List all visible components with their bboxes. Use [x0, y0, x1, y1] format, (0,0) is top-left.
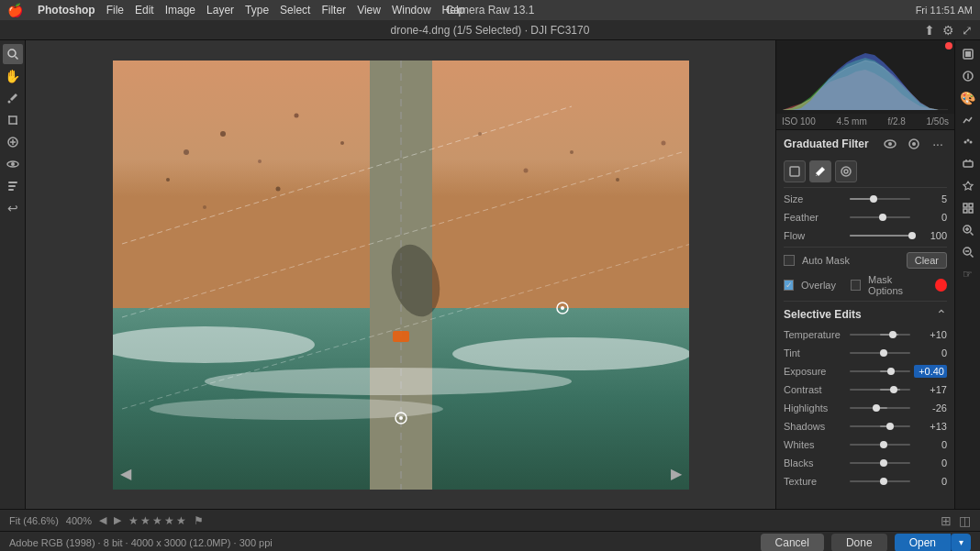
rect-mode-btn[interactable]: [784, 160, 806, 182]
clear-button[interactable]: Clear: [907, 252, 947, 269]
nav-arrow-right[interactable]: ▶: [114, 514, 121, 526]
filter-brush-tool[interactable]: [3, 176, 23, 196]
zoom-tool[interactable]: [3, 44, 23, 64]
slider-row-blacks: Blacks0: [776, 454, 954, 472]
filter-visibility-toggle[interactable]: [881, 135, 899, 153]
grid-view-btn[interactable]: ⊞: [941, 513, 952, 528]
zoom-nav-left[interactable]: ◀: [120, 465, 131, 482]
rotate-tool[interactable]: ↩: [3, 198, 23, 218]
panel-icon-7[interactable]: [958, 176, 978, 196]
menu-file[interactable]: File: [106, 4, 124, 17]
slider-track-4[interactable]: [850, 402, 910, 414]
menu-window[interactable]: Window: [392, 4, 431, 17]
focal-value: 4.5 mm: [836, 116, 866, 127]
slider-track-5[interactable]: [850, 420, 910, 433]
slider-value-5: +13: [914, 421, 947, 432]
svg-point-24: [340, 141, 344, 145]
iso-value: ISO 100: [782, 116, 816, 127]
slider-track-2[interactable]: [850, 365, 910, 378]
panel-content[interactable]: Graduated Filter: [776, 130, 954, 509]
heal-tool[interactable]: [3, 132, 23, 152]
slider-track-7[interactable]: [850, 457, 910, 469]
canvas-area[interactable]: ◀ ▶: [26, 40, 775, 509]
slider-track-1[interactable]: [850, 347, 910, 359]
menu-edit[interactable]: Edit: [135, 4, 154, 17]
panel-icon-3[interactable]: 🎨: [958, 88, 978, 108]
svg-point-17: [205, 368, 572, 395]
star-4[interactable]: ★: [164, 514, 174, 527]
divider-1: [784, 187, 947, 188]
mask-color-swatch[interactable]: [935, 279, 947, 292]
slider-track-3[interactable]: [850, 383, 910, 396]
selective-edits-header: Selective Edits ⌃: [776, 303, 954, 325]
svg-point-21: [166, 178, 170, 182]
open-button[interactable]: Open: [895, 534, 951, 552]
flow-slider[interactable]: [850, 229, 910, 242]
menu-image[interactable]: Image: [165, 4, 195, 17]
cancel-button[interactable]: Cancel: [761, 534, 824, 552]
nav-arrow-left[interactable]: ◀: [99, 514, 106, 526]
slider-label-4: Highlights: [784, 402, 846, 413]
overlay-label: Overlay: [801, 280, 836, 291]
panel-icon-hand[interactable]: ☞: [958, 264, 978, 284]
panel-icon-8[interactable]: [958, 198, 978, 218]
svg-line-66: [970, 233, 973, 236]
menu-view[interactable]: View: [357, 4, 381, 17]
fullscreen-icon[interactable]: ⤢: [962, 23, 973, 38]
panel-icon-4[interactable]: [958, 110, 978, 130]
svg-point-37: [561, 306, 564, 310]
apple-logo: 🍎: [7, 3, 23, 17]
menu-type[interactable]: Type: [245, 4, 269, 17]
selective-collapse-btn[interactable]: ⌃: [936, 307, 947, 322]
zoom-nav-right[interactable]: ▶: [671, 465, 682, 482]
open-dropdown-btn[interactable]: ▾: [951, 534, 971, 552]
auto-mask-checkbox[interactable]: [784, 255, 795, 266]
filter-title: Graduated Filter: [784, 138, 869, 150]
menu-layer[interactable]: Layer: [206, 4, 234, 17]
slider-track-8[interactable]: [850, 475, 910, 488]
star-rating[interactable]: ★ ★ ★ ★ ★: [128, 514, 186, 527]
menu-filter[interactable]: Filter: [321, 4, 346, 17]
star-1[interactable]: ★: [128, 514, 139, 527]
feather-slider[interactable]: [850, 211, 910, 224]
panel-icon-6[interactable]: [958, 154, 978, 174]
overlay-checkbox[interactable]: ✓: [784, 280, 794, 291]
brush-mode-btn[interactable]: [809, 160, 831, 182]
eyedropper-tool[interactable]: [3, 88, 23, 108]
svg-rect-40: [393, 331, 409, 342]
panel-icon-zoom-out[interactable]: [958, 242, 978, 262]
flow-value: 100: [914, 230, 947, 241]
panel-icon-1[interactable]: [958, 44, 978, 64]
slider-row-highlights: Highlights-26: [776, 399, 954, 417]
panel-icon-5[interactable]: [958, 132, 978, 152]
hand-tool[interactable]: ✋: [3, 66, 23, 86]
slider-track-0[interactable]: [850, 328, 910, 341]
crop-tool[interactable]: [3, 110, 23, 130]
mask-options-checkbox[interactable]: [851, 280, 861, 291]
slider-row-temperature: Temperature+10: [776, 325, 954, 344]
star-5[interactable]: ★: [176, 514, 186, 527]
slider-track-6[interactable]: [850, 438, 910, 451]
radial-mode-btn[interactable]: [835, 160, 857, 182]
done-button[interactable]: Done: [831, 534, 887, 552]
menu-select[interactable]: Select: [280, 4, 310, 17]
svg-rect-46: [790, 167, 799, 176]
app-name[interactable]: Photoshop: [38, 4, 95, 17]
svg-point-19: [184, 149, 189, 155]
flow-slider-row: Flow 100: [776, 226, 954, 245]
size-slider[interactable]: [850, 193, 910, 205]
flag-btn[interactable]: ⚑: [194, 514, 204, 527]
svg-point-54: [966, 139, 969, 142]
star-3[interactable]: ★: [152, 514, 162, 527]
svg-point-29: [570, 150, 574, 154]
panel-icon-2[interactable]: [958, 66, 978, 86]
bottom-buttons: Cancel Done Open ▾: [761, 534, 971, 552]
panel-icon-zoom-in[interactable]: [958, 220, 978, 240]
red-eye-tool[interactable]: [3, 154, 23, 174]
star-2[interactable]: ★: [140, 514, 150, 527]
share-icon[interactable]: ⬆: [924, 23, 935, 38]
compare-btn[interactable]: ◫: [959, 513, 971, 528]
filter-overlay-btn[interactable]: [905, 135, 923, 153]
settings-icon[interactable]: ⚙: [942, 23, 954, 38]
filter-more-btn[interactable]: ···: [929, 135, 947, 153]
